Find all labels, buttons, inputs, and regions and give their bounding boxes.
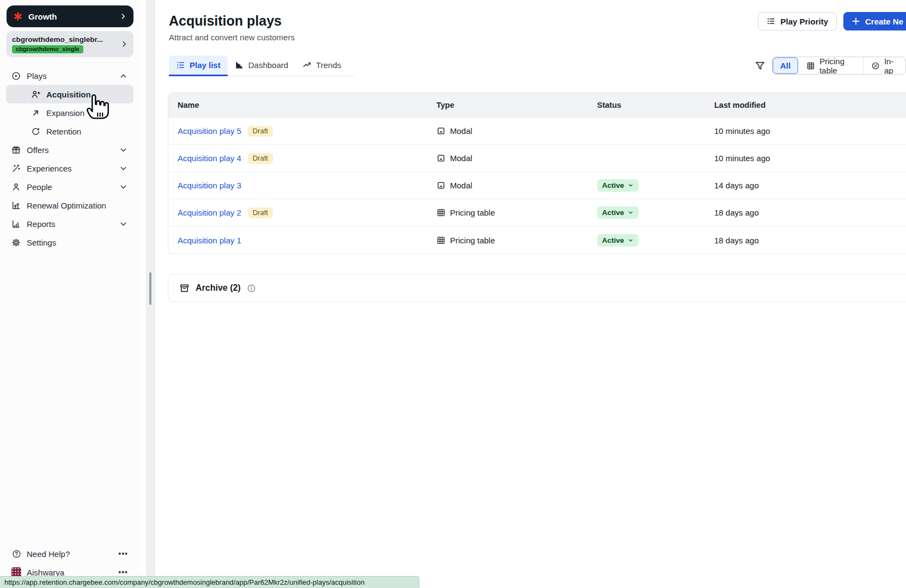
browser-status-bar: https://app.retention.chargebee.com/comp… [0, 576, 419, 588]
chevron-down-icon [628, 182, 634, 188]
type-filter-group: All Pricing table [772, 57, 906, 75]
wand-icon [11, 164, 21, 173]
table-row: Acquisition play 4DraftModal10 minutes a… [168, 145, 906, 172]
sidebar-item-renewal-optimization[interactable]: Renewal Optimization [6, 196, 133, 215]
user-name: Aishwarya [27, 568, 118, 577]
play-name-link[interactable]: Acquisition play 1 [178, 236, 241, 245]
app-window: Growth cbgrowthdemo_singlebr... cbgrowth… [0, 0, 906, 588]
status-url: https://app.retention.chargebee.com/comp… [4, 578, 364, 586]
play-type: Modal [436, 126, 597, 136]
sidebar-item-offers[interactable]: Offers [6, 140, 133, 159]
plus-icon [852, 17, 860, 26]
person-icon [11, 182, 21, 192]
company-badge: cbgrowthdemo_single [12, 45, 83, 53]
sidebar-item-label: Reports [27, 219, 119, 229]
last-modified: 10 minutes ago [714, 126, 906, 136]
chevron-up-icon [119, 71, 128, 81]
sidebar-item-plays[interactable]: Plays [6, 66, 133, 85]
status-dropdown[interactable]: Active [597, 234, 639, 247]
sidebar-item-label: Settings [27, 238, 128, 247]
sidebar-item-label: Acquisition [46, 90, 128, 99]
grid-icon [806, 62, 815, 70]
sidebar-item-label: Experiences [27, 164, 119, 173]
page-subtitle: Attract and convert new customers [169, 33, 295, 42]
workspace-switcher[interactable]: Growth [7, 5, 133, 27]
renewal-chart-icon [11, 201, 21, 210]
play-priority-button[interactable]: Play Priority [758, 12, 837, 30]
chevron-right-icon [120, 40, 128, 48]
user-plus-icon [31, 90, 40, 99]
main-content: Acquisition plays Attract and convert ne… [155, 0, 906, 588]
sidebar-scrollbar-track[interactable] [146, 0, 155, 588]
table-row: Acquisition play 1Pricing tableActive18 … [168, 226, 906, 254]
funnel-icon[interactable] [755, 60, 765, 71]
priority-list-icon [767, 17, 775, 26]
create-new-button[interactable]: Create Ne [843, 12, 906, 30]
play-type: Pricing table [436, 236, 597, 245]
play-name-link[interactable]: Acquisition play 3 [178, 181, 241, 190]
company-switcher[interactable]: cbgrowthdemo_singlebr... cbgrowthdemo_si… [7, 31, 133, 57]
in-app-icon [871, 62, 880, 70]
table-row: Acquisition play 5DraftModal10 minutes a… [168, 118, 906, 145]
play-type: Modal [436, 154, 597, 163]
column-header-status: Status [597, 101, 714, 109]
chargebee-logo-icon [13, 11, 23, 21]
grid-icon [436, 208, 446, 217]
sidebar-item-label: Plays [27, 71, 119, 81]
sidebar-item-settings[interactable]: Settings [6, 233, 133, 252]
draft-badge: Draft [248, 126, 273, 137]
sidebar-item-expansion[interactable]: Expansion [6, 103, 133, 122]
table-row: Acquisition play 3ModalActive14 days ago [168, 172, 906, 199]
tab-dashboard[interactable]: Dashboard [228, 56, 295, 76]
trends-icon [302, 60, 312, 70]
filter-in-app[interactable]: In-ap [864, 57, 905, 74]
column-header-type: Type [436, 101, 597, 109]
play-name-link[interactable]: Acquisition play 5 [178, 126, 241, 136]
chevron-down-icon [628, 210, 634, 216]
bar-chart-icon [11, 219, 21, 229]
sidebar-item-people[interactable]: People [6, 177, 133, 196]
play-name-link[interactable]: Acquisition play 2 [178, 208, 241, 217]
page-title: Acquisition plays [169, 13, 282, 29]
filter-all[interactable]: All [773, 57, 799, 74]
table-header: Name Type Status Last modified [168, 93, 906, 118]
tab-play-list[interactable]: Play list [169, 56, 228, 76]
play-name-link[interactable]: Acquisition play 4 [178, 154, 241, 163]
filter-bar: All Pricing table [755, 57, 906, 75]
filter-pricing-table[interactable]: Pricing table [799, 57, 864, 74]
sidebar-item-label: Expansion [46, 108, 128, 118]
last-modified: 10 minutes ago [714, 154, 906, 163]
chevron-down-icon [119, 219, 128, 229]
archive-section[interactable]: Archive (2) [168, 274, 906, 302]
need-help-item[interactable]: Need Help? ••• [6, 544, 133, 563]
archive-icon [179, 283, 190, 293]
sidebar-item-label: Renewal Optimization [27, 201, 128, 210]
play-circle-icon [11, 71, 21, 81]
ellipsis-icon[interactable]: ••• [118, 568, 128, 577]
status-dropdown[interactable]: Active [597, 206, 639, 219]
list-icon [176, 60, 185, 70]
sidebar-item-experiences[interactable]: Experiences [6, 159, 133, 177]
table-body: Acquisition play 5DraftModal10 minutes a… [168, 118, 906, 254]
play-type: Pricing table [436, 208, 597, 217]
gear-icon [11, 238, 21, 247]
chevron-down-icon [628, 237, 634, 243]
sidebar-item-retention[interactable]: Retention [6, 122, 133, 140]
modal-icon [436, 181, 446, 190]
view-tabs: Play list Dashboard Tren [169, 56, 354, 76]
sidebar-item-acquisition[interactable]: Acquisition [6, 85, 133, 103]
dashboard-icon [235, 60, 244, 70]
tab-trends[interactable]: Trends [295, 56, 348, 76]
rotate-icon [31, 127, 40, 136]
status-dropdown[interactable]: Active [597, 179, 639, 192]
chevron-right-icon [119, 13, 127, 20]
chevron-down-icon [119, 164, 128, 173]
ellipsis-icon[interactable]: ••• [118, 549, 128, 558]
arrow-up-right-icon [31, 108, 40, 118]
info-icon[interactable] [247, 284, 256, 293]
play-type: Modal [436, 181, 597, 190]
sidebar-item-reports[interactable]: Reports [6, 215, 133, 233]
question-circle-icon [11, 549, 21, 559]
sidebar-scrollbar-thumb[interactable] [149, 272, 151, 305]
workspace-name: Growth [28, 12, 114, 21]
